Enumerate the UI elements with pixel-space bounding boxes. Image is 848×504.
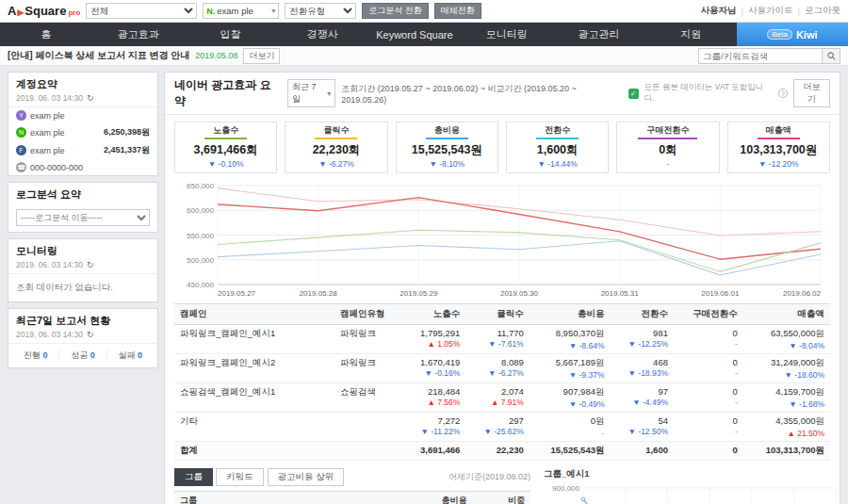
logout-link[interactable]: 로그아웃 bbox=[805, 5, 840, 17]
metric-cell: 0원- bbox=[530, 413, 611, 442]
nav-item-3[interactable]: 입찰 bbox=[185, 23, 277, 46]
kpi-label: 총비용 bbox=[426, 122, 468, 139]
media-conversion-button[interactable]: 매체전환 bbox=[434, 3, 481, 19]
total-cell: 0 bbox=[674, 442, 743, 461]
kpi-row: 노출수 3,691,466회 ▼ -0.10% 클릭수 22,230회 ▼ -6… bbox=[165, 115, 840, 178]
monitoring-updated: 2019. 06. 03 14:30 ↻ bbox=[8, 260, 157, 274]
nav-item-5[interactable]: Keyword Square bbox=[368, 23, 461, 46]
total-cell: 15,525,543원 bbox=[530, 442, 611, 461]
nav-item-1[interactable]: 홈 bbox=[0, 23, 92, 46]
group-chart-label: 그룹_예시1 bbox=[544, 468, 840, 480]
campaign-row[interactable]: 쇼핑검색_캠페인_예시1쇼핑검색 218,484▲ 7.56% 2,074▲ 7… bbox=[174, 383, 830, 413]
notice-bar: [안내] 페이스북 상세 보고서 지표 변경 안내 2019.05.08 더보기 bbox=[0, 46, 848, 66]
column-header: 캠페인유형 bbox=[334, 304, 402, 325]
media-account-input[interactable] bbox=[217, 6, 271, 16]
campaign-row[interactable]: 파워링크_캠페인_예시1파워링크 1,795,291▲ 1.05% 11,770… bbox=[174, 325, 830, 354]
metric-cell: 8,950,370원▼ -8.64% bbox=[530, 325, 611, 354]
conversion-type-select[interactable]: 전환유형 bbox=[285, 3, 356, 19]
kpi-change: ▼ -0.10% bbox=[175, 159, 276, 169]
notice-more-button[interactable]: 더보기 bbox=[243, 48, 280, 64]
topbar: A ▶ Square pro 전체 N. ▾ 전환유형 로그분석 전환 매체전환… bbox=[0, 0, 848, 23]
campaign-type bbox=[334, 413, 402, 442]
kpi-value: 103,313,700원 bbox=[728, 142, 829, 158]
updated-time: 2019. 06. 03 14:30 bbox=[16, 93, 83, 103]
tab-group[interactable]: 그룹 bbox=[174, 468, 213, 486]
column-header: 매출액 bbox=[743, 304, 830, 325]
account-badge-icon: F bbox=[16, 145, 26, 155]
date-range-select[interactable]: 최근 7일 ▾ bbox=[287, 79, 335, 107]
effect-trend-chart: 450,000500,000550,000600,000650,0002019.… bbox=[174, 180, 830, 299]
svg-text:900,000: 900,000 bbox=[552, 484, 579, 493]
kpi-label: 클릭수 bbox=[315, 122, 357, 139]
report-stat: 실패 0 bbox=[107, 350, 154, 362]
notice-date: 2019.05.08 bbox=[195, 51, 237, 60]
campaign-row[interactable]: 파워링크_캠페인_예시2파워링크 1,670,419▼ -0.16% 8,089… bbox=[174, 354, 830, 383]
kpi-card-4[interactable]: 전환수 1,600회 ▼ -14.44% bbox=[506, 122, 609, 173]
account-summary-updated: 2019. 06. 03 14:30 ↻ bbox=[8, 93, 157, 107]
report-stats: 진행 0성공 0실패 0 bbox=[8, 344, 157, 367]
total-row: 합계3,691,46622,23015,525,543원1,6000103,31… bbox=[174, 442, 830, 461]
log-move-select[interactable]: -----로그분석 이동----- bbox=[16, 209, 150, 226]
nav-item-4[interactable]: 경쟁사 bbox=[276, 23, 368, 46]
campaign-name[interactable]: 기타 bbox=[174, 413, 334, 442]
kpi-value: 1,600회 bbox=[507, 142, 608, 158]
logo-text-b: Square bbox=[24, 4, 66, 18]
campaign-row[interactable]: 기타 7,272▼ -11.22% 297▼ -25.62% 0원- 54▼ -… bbox=[174, 413, 830, 442]
kpi-value: 0회 bbox=[617, 142, 718, 158]
refresh-icon[interactable]: ↻ bbox=[87, 260, 94, 269]
media-account-field[interactable]: N. ▾ bbox=[203, 3, 279, 19]
metric-cell: 468▼ -18.93% bbox=[610, 354, 674, 383]
svg-text:2019.05.31: 2019.05.31 bbox=[601, 289, 640, 298]
date-range-value: 최근 7일 bbox=[292, 81, 324, 106]
account-filter-select[interactable]: 전체 bbox=[86, 3, 197, 19]
help-icon[interactable]: ? bbox=[778, 89, 788, 98]
svg-text:550,000: 550,000 bbox=[187, 232, 214, 240]
kpi-label: 구매전환수 bbox=[638, 122, 697, 139]
kpi-change: - bbox=[617, 159, 718, 169]
main-panel: 네이버 광고효과 요약 최근 7일 ▾ 조회기간 (2019.05.27 ~ 2… bbox=[164, 72, 840, 504]
nav-item-kiwi[interactable]: Beta Kiwi bbox=[737, 23, 848, 46]
nav-item-8[interactable]: 지원 bbox=[644, 23, 737, 46]
refresh-icon[interactable]: ↻ bbox=[87, 330, 94, 339]
user-name[interactable]: 사용자님 bbox=[701, 5, 737, 17]
guide-link[interactable]: 사용가이드 bbox=[748, 5, 793, 17]
kpi-card-2[interactable]: 클릭수 22,230회 ▼ -6.27% bbox=[285, 122, 387, 173]
campaign-name[interactable]: 파워링크_캠페인_예시1 bbox=[174, 325, 334, 354]
summary-header: 네이버 광고효과 요약 최근 7일 ▾ 조회기간 (2019.05.27 ~ 2… bbox=[165, 73, 840, 115]
account-badge-icon: N bbox=[16, 127, 26, 138]
metric-cell: 5,667,189원▼ -9.37% bbox=[530, 354, 611, 383]
compare-check-icon[interactable]: ✓ bbox=[628, 89, 639, 99]
total-cell: 1,600 bbox=[610, 442, 674, 461]
kpi-card-1[interactable]: 노출수 3,691,466회 ▼ -0.10% bbox=[174, 122, 277, 173]
notice-text[interactable]: [안내] 페이스북 상세 보고서 지표 변경 안내 bbox=[8, 49, 189, 62]
cost-top-button[interactable]: 광고비용 상위 bbox=[268, 468, 345, 486]
report-stat: 진행 0 bbox=[12, 350, 59, 362]
campaign-name[interactable]: 파워링크_캠페인_예시2 bbox=[174, 354, 334, 383]
group-chart-section: 그룹_예시1 500,000600,000700,000800,000900,0… bbox=[544, 468, 840, 504]
nav-item-6[interactable]: 모니터링 bbox=[461, 23, 553, 46]
nav-item-2[interactable]: 광고효과 bbox=[92, 23, 185, 46]
keyword-search-input[interactable] bbox=[698, 48, 823, 64]
summary-more-button[interactable]: 더보기 bbox=[793, 79, 830, 107]
svg-text:2019.06.02: 2019.06.02 bbox=[783, 289, 822, 298]
metric-cell: 0- bbox=[674, 354, 743, 383]
log-conversion-button[interactable]: 로그분석 전환 bbox=[362, 3, 429, 19]
metric-cell: 1,670,419▼ -0.16% bbox=[402, 354, 465, 383]
total-label: 합계 bbox=[174, 442, 402, 461]
account-label: 000-0000-000 bbox=[30, 163, 83, 172]
topbar-links: 사용자님 | 사용가이드 | 로그아웃 bbox=[701, 5, 840, 17]
app-logo[interactable]: A ▶ Square pro bbox=[8, 4, 80, 18]
group-table: 그룹 총비용 비중 그룹_예시1 ↗ 812,185원 ▲ 11.94% 35.… bbox=[174, 491, 530, 504]
tab-keyword[interactable]: 키워드 bbox=[216, 468, 264, 486]
nav-item-7[interactable]: 광고관리 bbox=[553, 23, 645, 46]
campaign-type: 파워링크 bbox=[334, 325, 402, 354]
group-col-header: 그룹 bbox=[174, 492, 319, 504]
monitoring-panel: 모니터링 2019. 06. 03 14:30 ↻ 조회 데이터가 없습니다. bbox=[8, 238, 158, 302]
kpi-card-6[interactable]: 매출액 103,313,700원 ▼ -12.20% bbox=[727, 122, 830, 173]
kpi-card-5[interactable]: 구매전환수 0회 - bbox=[616, 122, 719, 173]
search-button[interactable] bbox=[823, 48, 840, 64]
kpi-card-3[interactable]: 총비용 15,525,543원 ▼ -8.10% bbox=[396, 122, 498, 173]
campaign-name[interactable]: 쇼핑검색_캠페인_예시1 bbox=[174, 383, 334, 413]
refresh-icon[interactable]: ↻ bbox=[87, 93, 94, 103]
vat-note: 모든 원본 데이터는 VAT 포함입니다. bbox=[644, 82, 774, 105]
